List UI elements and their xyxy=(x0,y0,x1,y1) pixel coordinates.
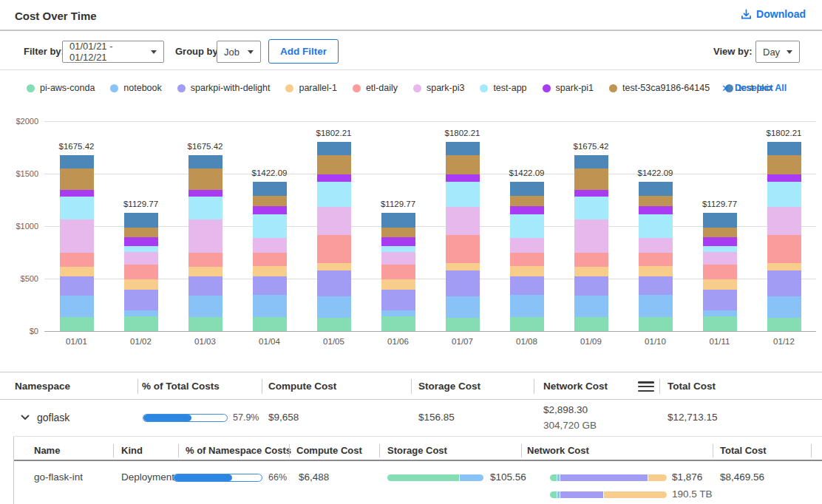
menu-icon[interactable] xyxy=(638,381,654,392)
bar-segment-spark-pi1[interactable] xyxy=(574,190,608,197)
bar-segment-etl-daily[interactable] xyxy=(381,265,415,279)
bar-segment-spark-pi3[interactable] xyxy=(639,238,673,253)
bar-segment-notebook[interactable] xyxy=(446,296,480,318)
bar-segment-parallel-1[interactable] xyxy=(767,263,801,270)
bar-segment-sparkpi-with-delight[interactable] xyxy=(446,270,480,296)
bar-segment-spark-pi1[interactable] xyxy=(639,206,673,214)
bar-segment-spark-pi1[interactable] xyxy=(253,206,287,214)
bar-segment-pi-aws-conda[interactable] xyxy=(253,317,287,331)
col-namespace[interactable]: Namespace xyxy=(15,381,70,392)
bar-segment-test-pkix[interactable] xyxy=(574,155,608,168)
legend-item-test-app[interactable]: test-app xyxy=(480,83,526,93)
bar-segment-test-pkix[interactable] xyxy=(124,213,158,228)
bar-segment-notebook[interactable] xyxy=(639,295,673,317)
legend-item-notebook[interactable]: notebook xyxy=(110,83,161,93)
bar-01/06[interactable]: $1129.77 xyxy=(381,213,415,331)
bar-segment-parallel-1[interactable] xyxy=(381,279,415,290)
bar-segment-sparkpi-with-delight[interactable] xyxy=(188,276,223,296)
bar-segment-sparkpi-with-delight[interactable] xyxy=(381,290,415,310)
bar-segment-etl-daily[interactable] xyxy=(574,253,608,267)
bar-segment-test-pkix[interactable] xyxy=(188,155,223,168)
bar-segment-spark-pi1[interactable] xyxy=(60,190,94,197)
bar-segment-test-app[interactable] xyxy=(60,197,94,219)
bar-01/07[interactable]: $1802.21 xyxy=(446,142,480,331)
bar-segment-test-pkix[interactable] xyxy=(317,142,351,155)
bar-segment-pi-aws-conda[interactable] xyxy=(510,317,544,331)
bar-segment-parallel-1[interactable] xyxy=(639,266,673,276)
workload-row-go-flask-int[interactable]: go-flask-int Deployment 66% $6,488 $105.… xyxy=(14,463,822,504)
bar-segment-spark-pi3[interactable] xyxy=(317,207,351,235)
bar-segment-parallel-1[interactable] xyxy=(446,263,480,270)
bar-segment-test-pkix[interactable] xyxy=(446,142,480,155)
bar-segment-notebook[interactable] xyxy=(510,295,544,317)
bar-segment-test-53ca9186-64145[interactable] xyxy=(124,228,158,237)
legend-item-pi-aws-conda[interactable]: pi-aws-conda xyxy=(27,83,95,93)
legend-item-parallel-1[interactable]: parallel-1 xyxy=(285,83,336,93)
bar-segment-pi-aws-conda[interactable] xyxy=(574,317,608,331)
col-total-cost[interactable]: Total Cost xyxy=(668,381,716,392)
bar-segment-test-app[interactable] xyxy=(124,246,158,252)
chevron-down-icon[interactable] xyxy=(21,415,30,420)
bar-segment-notebook[interactable] xyxy=(767,296,801,318)
bar-01/10[interactable]: $1422.09 xyxy=(639,182,673,331)
col-storage-cost[interactable]: Storage Cost xyxy=(418,381,480,392)
bar-segment-test-app[interactable] xyxy=(381,246,415,252)
bar-segment-test-pkix[interactable] xyxy=(381,213,415,228)
bar-segment-test-app[interactable] xyxy=(574,197,608,219)
view-by-dropdown[interactable]: Day xyxy=(755,41,800,63)
bar-segment-pi-aws-conda[interactable] xyxy=(639,317,673,331)
bar-segment-etl-daily[interactable] xyxy=(767,235,801,263)
col-total-percent[interactable]: % of Total Costs xyxy=(142,381,220,392)
bar-segment-parallel-1[interactable] xyxy=(188,267,223,277)
bar-segment-notebook[interactable] xyxy=(124,310,158,316)
bar-segment-spark-pi3[interactable] xyxy=(510,238,544,253)
legend-item-test-53ca9186-64145[interactable]: test-53ca9186-64145 xyxy=(609,83,710,93)
bar-segment-pi-aws-conda[interactable] xyxy=(60,317,94,331)
legend-item-spark-pi1[interactable]: spark-pi1 xyxy=(543,83,594,93)
bar-segment-notebook[interactable] xyxy=(317,296,351,318)
bar-segment-etl-daily[interactable] xyxy=(188,253,223,267)
bar-segment-test-pkix[interactable] xyxy=(767,142,801,155)
col-storage-cost[interactable]: Storage Cost xyxy=(387,445,447,456)
bar-segment-test-53ca9186-64145[interactable] xyxy=(703,228,737,237)
date-range-dropdown[interactable]: 01/01/21 - 01/12/21 xyxy=(62,41,164,63)
bar-segment-spark-pi1[interactable] xyxy=(381,237,415,246)
bar-segment-parallel-1[interactable] xyxy=(703,279,737,290)
bar-segment-etl-daily[interactable] xyxy=(703,265,737,279)
col-compute-cost[interactable]: Compute Cost xyxy=(296,445,362,456)
bar-01/03[interactable]: $1675.42 xyxy=(188,155,223,331)
col-network-cost[interactable]: Network Cost xyxy=(527,445,589,456)
bar-segment-test-53ca9186-64145[interactable] xyxy=(381,228,415,237)
legend-item-spark-pi3[interactable]: spark-pi3 xyxy=(413,83,464,93)
bar-segment-test-53ca9186-64145[interactable] xyxy=(253,196,287,207)
bar-segment-test-53ca9186-64145[interactable] xyxy=(510,196,544,207)
bar-segment-spark-pi3[interactable] xyxy=(381,252,415,265)
bar-segment-parallel-1[interactable] xyxy=(60,267,94,277)
bar-segment-spark-pi1[interactable] xyxy=(446,174,480,182)
bar-segment-test-pkix[interactable] xyxy=(253,182,287,196)
bar-segment-test-53ca9186-64145[interactable] xyxy=(767,155,801,174)
bar-segment-test-app[interactable] xyxy=(510,214,544,238)
bar-segment-sparkpi-with-delight[interactable] xyxy=(574,276,608,296)
bar-segment-etl-daily[interactable] xyxy=(446,235,480,263)
bar-segment-etl-daily[interactable] xyxy=(253,253,287,267)
bar-segment-test-53ca9186-64145[interactable] xyxy=(639,196,673,207)
bar-segment-etl-daily[interactable] xyxy=(317,235,351,263)
bar-01/08[interactable]: $1422.09 xyxy=(510,182,544,331)
bar-segment-spark-pi1[interactable] xyxy=(510,206,544,214)
bar-segment-sparkpi-with-delight[interactable] xyxy=(703,290,737,310)
bar-segment-sparkpi-with-delight[interactable] xyxy=(767,270,801,296)
bar-segment-notebook[interactable] xyxy=(381,310,415,316)
bar-segment-spark-pi3[interactable] xyxy=(124,252,158,265)
bar-01/11[interactable]: $1129.77 xyxy=(703,213,737,331)
bar-segment-test-app[interactable] xyxy=(703,246,737,252)
bar-segment-pi-aws-conda[interactable] xyxy=(381,316,415,331)
bar-segment-test-pkix[interactable] xyxy=(639,182,673,196)
group-by-dropdown[interactable]: Job xyxy=(217,41,261,63)
bar-01/01[interactable]: $1675.42 xyxy=(60,155,94,331)
bar-segment-spark-pi1[interactable] xyxy=(703,237,737,246)
bar-segment-test-app[interactable] xyxy=(253,214,287,238)
bar-segment-parallel-1[interactable] xyxy=(253,266,287,276)
bar-segment-pi-aws-conda[interactable] xyxy=(188,317,223,331)
bar-segment-spark-pi3[interactable] xyxy=(446,207,480,235)
